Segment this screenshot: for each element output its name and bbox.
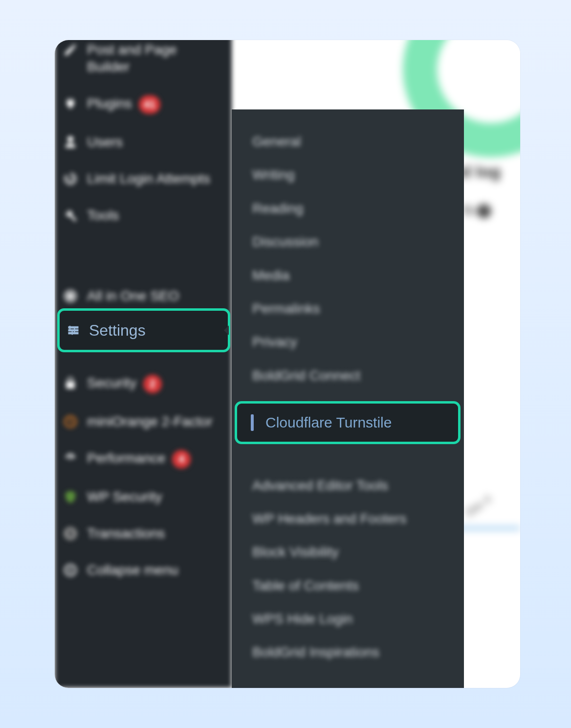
submenu-item-permalinks[interactable]: Permalinks	[232, 292, 464, 325]
user-icon	[63, 134, 78, 150]
sidebar-item-transactions[interactable]: S Transactions	[55, 515, 232, 552]
target-icon	[63, 288, 78, 304]
sidebar-item-label: Users	[87, 133, 223, 150]
bg-text-ts: ts?	[463, 201, 491, 218]
help-icon: ?	[477, 204, 491, 218]
submenu-item-general[interactable]: General	[232, 125, 464, 158]
lock-icon	[63, 375, 78, 391]
sidebar-item-label: miniOrange 2-Factor	[87, 413, 223, 430]
sidebar-item-post-page-builder[interactable]: Post and Page Builder	[55, 40, 232, 85]
submenu-item-media[interactable]: Media	[232, 259, 464, 292]
update-badge: 41	[139, 95, 160, 114]
sidebar-item-security[interactable]: Security 2	[55, 364, 232, 403]
sidebar-item-label: Plugins 41	[87, 95, 223, 114]
submenu-item-cloudflare-turnstile[interactable]: Cloudflare Turnstile	[235, 401, 461, 444]
pencil-icon	[63, 42, 78, 58]
sidebar-item-performance[interactable]: Performance 4	[55, 440, 232, 478]
sidebar-item-label: Post and Page Builder	[87, 41, 223, 75]
s-badge-icon: S	[63, 526, 78, 541]
sidebar-item-settings-blur[interactable]	[55, 234, 232, 278]
submenu-item-wp-headers-footers[interactable]: WP Headers and Footers	[232, 502, 464, 535]
svg-point-1	[68, 294, 73, 299]
plug-icon	[63, 96, 78, 111]
sidebar-item-collapse[interactable]: Collapse menu	[55, 552, 232, 588]
swirl-icon	[63, 171, 78, 187]
sidebar-item-settings[interactable]: Settings	[57, 308, 230, 352]
svg-text:S: S	[67, 529, 73, 538]
gauge-icon	[63, 450, 78, 466]
submenu-arrow-icon	[224, 325, 229, 335]
sidebar-item-miniorange[interactable]: miniOrange 2-Factor	[55, 403, 232, 440]
sidebar-item-tools[interactable]: Tools	[55, 197, 232, 234]
sidebar-item-limit-login[interactable]: Limit Login Attempts	[55, 160, 232, 197]
sidebar-item-label: Tools	[87, 207, 223, 224]
update-badge: 2	[143, 375, 162, 393]
wrench-icon	[63, 208, 78, 223]
sliders-icon	[66, 322, 81, 338]
sidebar-item-label: Transactions	[87, 525, 223, 542]
submenu-item-boldgrid-connect[interactable]: BoldGrid Connect	[232, 359, 464, 392]
submenu-item-reading[interactable]: Reading	[232, 192, 464, 225]
sidebar-item-users[interactable]: Users	[55, 124, 232, 160]
submenu-item-block-visibility[interactable]: Block Visibility	[232, 535, 464, 569]
submenu-item-privacy[interactable]: Privacy	[232, 325, 464, 359]
sidebar-item-label: Settings	[89, 321, 146, 340]
sidebar-item-label: Collapse menu	[87, 561, 223, 578]
submenu-item-label: Cloudflare Turnstile	[265, 414, 392, 431]
sidebar-item-label: WP Security	[87, 488, 223, 505]
submenu-item-table-of-contents[interactable]: Table of Contents	[232, 569, 464, 602]
shield-icon	[63, 489, 78, 505]
screenshot-frame: ailed log ts? Nov 27 Dec 4 Post and Page…	[55, 40, 520, 688]
sidebar-item-label: Security 2	[87, 374, 223, 393]
sidebar-item-plugins[interactable]: Plugins 41	[55, 85, 232, 124]
sidebar-item-label: Performance 4	[87, 450, 223, 469]
update-badge: 4	[172, 450, 191, 469]
submenu-item-writing[interactable]: Writing	[232, 158, 464, 192]
settings-submenu: General Writing Reading Discussion Media…	[232, 109, 464, 688]
submenu-item-boldgrid-inspirations[interactable]: BoldGrid Inspirations	[232, 636, 464, 669]
circle-arrow-icon	[63, 414, 78, 429]
svg-point-6	[65, 565, 76, 576]
submenu-item-wps-hide-login[interactable]: WPS Hide Login	[232, 602, 464, 636]
submenu-item-advanced-editor[interactable]: Advanced Editor Tools	[232, 469, 464, 502]
sidebar-item-label: All in One SEO	[87, 287, 223, 304]
sidebar-item-label: Limit Login Attempts	[87, 170, 223, 187]
sidebar-item-wp-security[interactable]: WP Security	[55, 478, 232, 515]
submenu-item-discussion[interactable]: Discussion	[232, 225, 464, 258]
collapse-icon	[63, 562, 78, 578]
